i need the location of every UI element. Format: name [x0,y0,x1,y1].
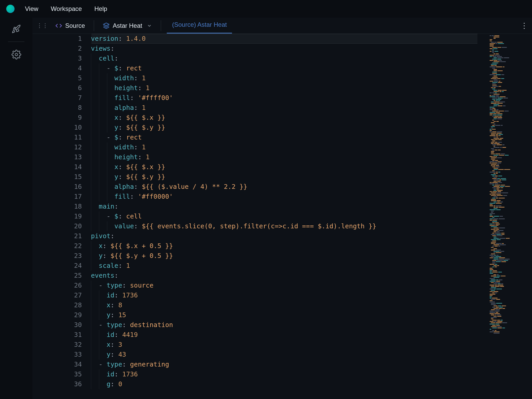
line-number: 17 [32,192,82,202]
line-number: 36 [32,379,82,389]
line-number-gutter: 1234567891011121314151617181920212223242… [32,34,91,399]
menu-help[interactable]: Help [94,5,107,12]
code-line[interactable]: y: 43 [91,350,479,360]
minimap-line [489,212,530,213]
line-number: 8 [32,103,82,113]
tab-project-selector[interactable]: Astar Heat [100,20,155,31]
minimap-line [489,178,530,179]
minimap[interactable] [479,34,532,399]
code-line[interactable]: width: 1 [91,73,479,83]
minimap-line [489,83,530,84]
tab-source[interactable]: Source [52,20,88,31]
code-line[interactable]: cell: [91,54,479,63]
code-line[interactable]: fill: '#ffff00' [91,93,479,103]
code-line[interactable]: width: 1 [91,142,479,152]
indent-guide [91,123,91,132]
drag-handle-icon[interactable]: ⋮⋮ [37,22,48,29]
more-vert-icon[interactable]: ⋮ [521,21,528,30]
code-line[interactable]: - type: source [91,281,479,290]
code-line[interactable]: y: 15 [91,310,479,320]
code-line[interactable]: id: 4419 [91,330,479,340]
line-number: 14 [32,162,82,172]
minimap-line [489,231,530,232]
tab-divider [161,20,161,31]
code-line[interactable]: value: ${{ events.slice(0, step).filter(… [91,221,479,231]
indent-guide [107,73,107,83]
code-line[interactable]: fill: '#ff0000' [91,192,479,202]
code-editor[interactable]: 1234567891011121314151617181920212223242… [32,34,532,399]
menu-workspace[interactable]: Workspace [51,5,82,12]
indent-guide [91,192,91,202]
minimap-line [489,242,530,243]
code-line[interactable]: height: 1 [91,83,479,93]
rocket-icon[interactable] [11,24,21,34]
code-line[interactable]: g: 0 [91,379,479,389]
code-line[interactable]: x: 3 [91,340,479,350]
minimap-line [489,43,530,44]
line-number: 3 [32,54,82,63]
code-line[interactable]: - type: generating [91,360,479,369]
tab-active[interactable]: (Source) Astar Heat [167,18,232,34]
code-line[interactable]: - type: destination [91,320,479,330]
minimap-line [489,312,530,313]
minimap-line [489,120,530,121]
code-line[interactable]: y: ${{ $.y }} [91,172,479,182]
minimap-line [489,237,530,238]
minimap-line [489,74,530,75]
minimap-line [489,283,530,284]
minimap-line [489,172,530,173]
gear-icon[interactable] [11,50,21,59]
minimap-line [489,130,530,131]
code-line[interactable]: scale: 1 [91,261,479,271]
code-line[interactable]: version: 1.4.0 [91,34,479,44]
code-line[interactable]: - $: cell [91,211,479,221]
menu-view[interactable]: View [25,5,38,12]
indent-guide [107,172,107,182]
code-line[interactable]: y: ${{ $.y }} [91,123,479,132]
minimap-line [489,329,530,330]
code-area[interactable]: version: 1.4.0views: cell: - $: rect wid… [91,34,479,399]
minimap-line [489,255,530,256]
indent-guide [91,300,91,310]
minimap-line [489,147,530,148]
app-logo[interactable] [6,5,15,13]
line-number: 28 [32,300,82,310]
code-line[interactable]: id: 1736 [91,290,479,300]
minimap-line [489,257,530,258]
code-line[interactable]: x: ${{ $.x }} [91,113,479,123]
indent-guide [91,152,91,162]
code-line[interactable]: height: 1 [91,152,479,162]
line-number: 24 [32,261,82,271]
minimap-line [489,144,530,145]
code-line[interactable]: views: [91,44,479,54]
code-line[interactable]: - $: rect [91,132,479,142]
minimap-line [489,199,530,200]
code-line[interactable]: pivot: [91,231,479,241]
line-number: 2 [32,44,82,54]
indent-guide [91,182,91,192]
line-number: 6 [32,83,82,93]
code-line[interactable]: x: 8 [91,300,479,310]
code-line[interactable]: alpha: 1 [91,103,479,113]
indent-guide [99,162,99,172]
minimap-line [489,160,530,161]
code-line[interactable]: x: ${{ $.x }} [91,162,479,172]
minimap-line [489,308,530,309]
code-line[interactable]: id: 1736 [91,369,479,379]
code-line[interactable]: events: [91,271,479,281]
minimap-line [489,169,530,170]
minimap-line [489,176,530,177]
minimap-line [489,290,530,291]
code-line[interactable]: alpha: ${{ ($.value / 4) ** 2.2 }} [91,182,479,192]
code-line[interactable]: main: [91,202,479,211]
minimap-line [489,228,530,229]
indent-guide [107,103,107,113]
minimap-line [489,289,530,290]
code-line[interactable]: x: ${{ $.x + 0.5 }} [91,241,479,251]
indent-guide [91,340,91,350]
minimap-line [489,207,530,208]
code-line[interactable]: - $: rect [91,63,479,73]
code-line[interactable]: y: ${{ $.y + 0.5 }} [91,251,479,261]
minimap-line [489,181,530,182]
minimap-line [489,320,530,321]
